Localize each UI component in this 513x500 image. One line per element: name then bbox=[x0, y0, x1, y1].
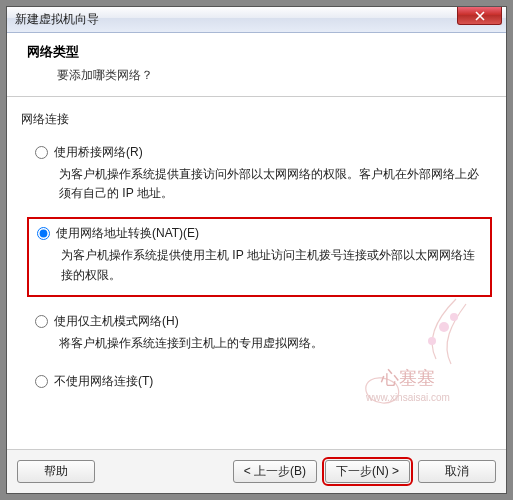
wizard-header: 网络类型 要添加哪类网络？ bbox=[7, 33, 506, 97]
titlebar: 新建虚拟机向导 bbox=[7, 7, 506, 33]
help-button[interactable]: 帮助 bbox=[17, 460, 95, 483]
close-icon bbox=[475, 11, 485, 21]
radio-none[interactable] bbox=[35, 375, 48, 388]
option-nat-desc: 为客户机操作系统提供使用主机 IP 地址访问主机拨号连接或外部以太网网络连接的权… bbox=[61, 246, 482, 284]
back-button[interactable]: < 上一步(B) bbox=[233, 460, 317, 483]
option-none: 不使用网络连接(T) bbox=[27, 367, 492, 400]
option-nat-label: 使用网络地址转换(NAT)(E) bbox=[56, 225, 199, 242]
cancel-button[interactable]: 取消 bbox=[418, 460, 496, 483]
radio-bridged[interactable] bbox=[35, 146, 48, 159]
option-hostonly-row[interactable]: 使用仅主机模式网络(H) bbox=[35, 313, 484, 330]
network-radio-group: 使用桥接网络(R) 为客户机操作系统提供直接访问外部以太网网络的权限。客户机在外… bbox=[27, 138, 492, 400]
page-title: 网络类型 bbox=[27, 43, 486, 61]
radio-hostonly[interactable] bbox=[35, 315, 48, 328]
wizard-dialog: 新建虚拟机向导 网络类型 要添加哪类网络？ 网络连接 使用桥接网络(R) 为客户… bbox=[6, 6, 507, 494]
option-none-row[interactable]: 不使用网络连接(T) bbox=[35, 373, 484, 390]
section-label: 网络连接 bbox=[21, 111, 492, 128]
wizard-footer: 帮助 < 上一步(B) 下一步(N) > 取消 bbox=[7, 449, 506, 493]
option-bridged-desc: 为客户机操作系统提供直接访问外部以太网网络的权限。客户机在外部网络上必须有自己的… bbox=[59, 165, 484, 203]
option-nat: 使用网络地址转换(NAT)(E) 为客户机操作系统提供使用主机 IP 地址访问主… bbox=[27, 217, 492, 296]
option-hostonly-label: 使用仅主机模式网络(H) bbox=[54, 313, 179, 330]
next-button[interactable]: 下一步(N) > bbox=[325, 460, 410, 483]
option-nat-row[interactable]: 使用网络地址转换(NAT)(E) bbox=[37, 225, 482, 242]
radio-nat[interactable] bbox=[37, 227, 50, 240]
close-button[interactable] bbox=[457, 7, 502, 25]
window-title: 新建虚拟机向导 bbox=[7, 11, 99, 28]
option-bridged: 使用桥接网络(R) 为客户机操作系统提供直接访问外部以太网网络的权限。客户机在外… bbox=[27, 138, 492, 213]
option-none-label: 不使用网络连接(T) bbox=[54, 373, 153, 390]
option-hostonly-desc: 将客户机操作系统连接到主机上的专用虚拟网络。 bbox=[59, 334, 484, 353]
option-hostonly: 使用仅主机模式网络(H) 将客户机操作系统连接到主机上的专用虚拟网络。 bbox=[27, 307, 492, 363]
option-bridged-label: 使用桥接网络(R) bbox=[54, 144, 143, 161]
page-subtitle: 要添加哪类网络？ bbox=[57, 67, 486, 84]
option-bridged-row[interactable]: 使用桥接网络(R) bbox=[35, 144, 484, 161]
wizard-body: 网络连接 使用桥接网络(R) 为客户机操作系统提供直接访问外部以太网网络的权限。… bbox=[7, 97, 506, 449]
